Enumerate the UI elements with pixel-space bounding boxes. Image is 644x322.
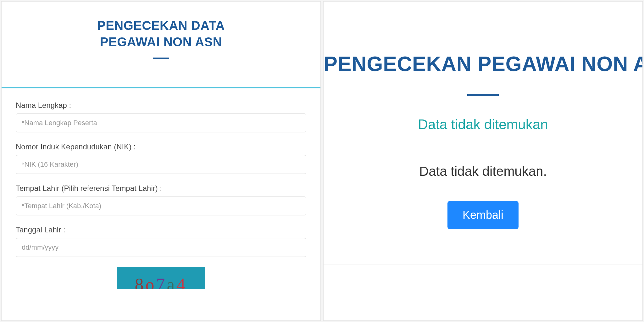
captcha-char-3: 7 [156,275,167,289]
message-text: Data tidak ditemukan. [324,164,642,179]
result-title-divider [433,95,533,95]
captcha-char-2: o [146,275,156,289]
status-text: Data tidak ditemukan [324,117,642,132]
captcha-area: 8o7a4 [16,267,306,290]
field-group-tanggal: Tanggal Lahir : [16,225,306,257]
nik-label: Nomor Induk Kependudukan (NIK) : [16,142,306,151]
form-panel: PENGECEKAN DATA PEGAWAI NON ASN Nama Len… [1,1,321,321]
captcha-text: 8o7a4 [117,275,205,289]
result-bottom-divider [324,264,642,264]
form-header: PENGECEKAN DATA PEGAWAI NON ASN [2,2,320,69]
tanggal-input[interactable] [16,238,306,257]
captcha-char-1: 8 [135,275,146,289]
page-title: PENGECEKAN DATA PEGAWAI NON ASN [14,17,308,50]
nik-input[interactable] [16,155,306,174]
form-area: Nama Lengkap : Nomor Induk Kependudukan … [2,88,320,290]
nama-input[interactable] [16,114,306,132]
nama-label: Nama Lengkap : [16,101,306,110]
field-group-nik: Nomor Induk Kependudukan (NIK) : [16,142,306,174]
result-panel: PENGECEKAN PEGAWAI NON ASN Data tidak di… [323,1,643,321]
tempat-input[interactable] [16,197,306,215]
captcha-char-5: 4 [176,275,187,289]
back-button[interactable]: Kembali [447,201,519,229]
field-group-nama: Nama Lengkap : [16,101,306,132]
result-title-underline [467,94,499,96]
result-title: PENGECEKAN PEGAWAI NON ASN [324,52,642,76]
captcha-char-4: a [167,275,177,289]
title-line-2: PEGAWAI NON ASN [100,35,222,49]
result-content: PENGECEKAN PEGAWAI NON ASN Data tidak di… [324,2,642,264]
field-group-tempat: Tempat Lahir (Pilih referensi Tempat Lah… [16,184,306,215]
tempat-label: Tempat Lahir (Pilih referensi Tempat Lah… [16,184,306,193]
tanggal-label: Tanggal Lahir : [16,225,306,234]
title-line-1: PENGECEKAN DATA [97,19,225,32]
captcha-image: 8o7a4 [117,267,205,289]
title-underline [153,58,169,59]
